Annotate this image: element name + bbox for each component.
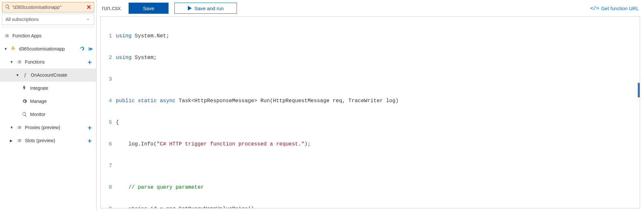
gear-icon bbox=[22, 99, 27, 104]
caret-down-icon: ▼ bbox=[10, 125, 14, 129]
line-number: 8 bbox=[101, 184, 116, 191]
add-function-icon[interactable]: ＋ bbox=[86, 58, 93, 67]
get-function-url-link[interactable]: </> Get function URL bbox=[590, 5, 639, 11]
slots-label: Slots (preview) bbox=[25, 138, 84, 143]
line-number: 1 bbox=[101, 32, 116, 40]
functions-label: Functions bbox=[25, 59, 84, 65]
chevron-double-right-icon[interactable]: ≫ bbox=[88, 46, 93, 51]
proxies-node[interactable]: ▼ Proxies (preview) ＋ bbox=[0, 121, 96, 134]
get-function-url-label: Get function URL bbox=[601, 6, 639, 11]
function-item-onaccountcreate[interactable]: ▼ ƒ OnAccountCreate bbox=[0, 68, 96, 82]
app-name: d365customisationapp bbox=[19, 46, 77, 51]
save-and-run-label: Save and run bbox=[194, 6, 224, 11]
search-icon bbox=[5, 4, 10, 10]
list-icon bbox=[16, 138, 22, 143]
line-number: 3 bbox=[101, 76, 116, 83]
caret-down-icon: ▼ bbox=[4, 47, 8, 51]
manage-label: Manage bbox=[30, 99, 93, 104]
caret-down-icon: ▼ bbox=[16, 73, 20, 77]
line-number: 6 bbox=[101, 141, 116, 148]
line-number: 9 bbox=[101, 205, 116, 208]
manage-item[interactable]: Manage bbox=[0, 95, 96, 108]
line-number: 2 bbox=[101, 54, 116, 61]
add-slot-icon[interactable]: ＋ bbox=[86, 136, 93, 145]
sidebar-tree: Function Apps ▼ d365customisationapp ≫ ▼… bbox=[0, 27, 96, 211]
main-panel: run.csx Save Save and run </> Get functi… bbox=[97, 0, 644, 211]
integrate-label: Integrate bbox=[30, 86, 93, 91]
app-node[interactable]: ▼ d365customisationapp ≫ bbox=[0, 42, 96, 55]
clear-search-icon[interactable]: ✕ bbox=[86, 4, 91, 11]
monitor-item[interactable]: Monitor bbox=[0, 108, 96, 121]
caret-down-icon: ▼ bbox=[10, 60, 14, 64]
bolt-icon bbox=[22, 86, 27, 91]
function-item-label: OnAccountCreate bbox=[31, 72, 93, 78]
save-button[interactable]: Save bbox=[129, 3, 169, 14]
integrate-item[interactable]: Integrate bbox=[0, 82, 96, 95]
sidebar-panel: "d365customisationapp" ✕ All subscriptio… bbox=[0, 0, 97, 211]
code-editor[interactable]: 1using System.Net; 2using System; 3 4pub… bbox=[100, 16, 640, 208]
search-box[interactable]: "d365customisationapp" ✕ bbox=[2, 2, 94, 12]
function-app-bolt-icon bbox=[10, 46, 16, 51]
list-icon bbox=[16, 125, 22, 130]
refresh-icon[interactable] bbox=[80, 46, 85, 52]
functions-node[interactable]: ▼ Functions ＋ bbox=[0, 55, 96, 68]
play-icon bbox=[188, 6, 192, 10]
code-tag-icon: </> bbox=[590, 5, 599, 11]
save-and-run-button[interactable]: Save and run bbox=[174, 3, 237, 14]
search-input[interactable]: "d365customisationapp" bbox=[12, 5, 84, 10]
proxies-label: Proxies (preview) bbox=[25, 125, 84, 130]
slots-node[interactable]: ▶ Slots (preview) ＋ bbox=[0, 134, 96, 147]
chevron-down-icon bbox=[85, 17, 91, 22]
monitor-label: Monitor bbox=[30, 112, 93, 117]
list-icon bbox=[16, 59, 22, 65]
subscriptions-label: All subscriptions bbox=[6, 17, 39, 22]
magnifier-icon bbox=[22, 112, 27, 117]
add-proxy-icon[interactable]: ＋ bbox=[86, 123, 93, 132]
function-fx-icon: ƒ bbox=[22, 72, 28, 78]
filename-label: run.csx bbox=[102, 5, 121, 12]
line-number: 7 bbox=[101, 162, 116, 169]
list-icon bbox=[4, 33, 10, 38]
line-number: 4 bbox=[101, 97, 116, 105]
line-number: 5 bbox=[101, 119, 116, 126]
editor-toolbar: run.csx Save Save and run </> Get functi… bbox=[97, 0, 644, 16]
function-apps-label: Function Apps bbox=[12, 33, 93, 38]
caret-right-icon: ▶ bbox=[10, 139, 14, 143]
function-apps-root[interactable]: Function Apps bbox=[0, 29, 96, 42]
subscriptions-dropdown[interactable]: All subscriptions bbox=[2, 14, 94, 25]
